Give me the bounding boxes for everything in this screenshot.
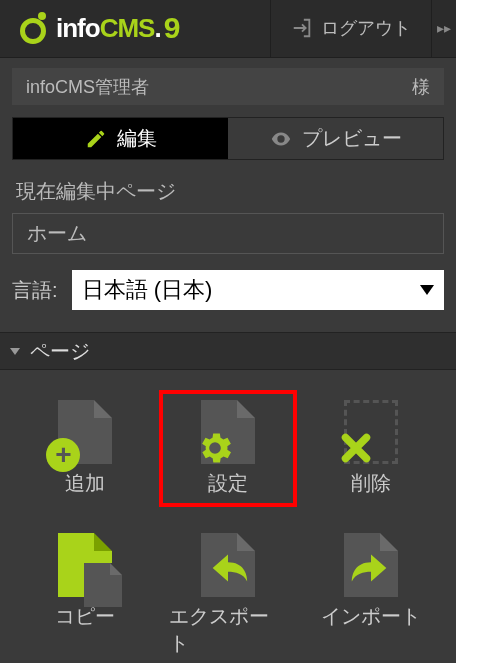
tab-preview[interactable]: プレビュー	[228, 118, 443, 159]
logo-text: infoCMS	[56, 13, 154, 44]
add-page-button[interactable]: + 追加	[20, 394, 151, 503]
admin-panel: infoCMS . 9 ログアウト ▸▸ infoCMS管理者 様 編集	[0, 0, 456, 663]
logout-icon	[291, 17, 313, 39]
current-page-name[interactable]: ホーム	[12, 213, 444, 254]
eye-icon	[270, 128, 292, 150]
delete-label: 削除	[351, 470, 391, 497]
add-label: 追加	[65, 470, 105, 497]
language-selected-value: 日本語 (日本)	[82, 275, 213, 305]
logo-mark-icon	[20, 12, 52, 44]
file-back-icon	[84, 563, 122, 607]
current-page-label: 現在編集中ページ	[16, 178, 440, 205]
mode-tabs: 編集 プレビュー	[12, 117, 444, 160]
user-name: infoCMS管理者	[26, 75, 149, 99]
export-label: エクスポート	[169, 603, 288, 657]
user-suffix: 様	[412, 75, 430, 99]
logo-version: 9	[164, 11, 181, 45]
import-label: インポート	[321, 603, 421, 630]
export-page-button[interactable]: エクスポート	[163, 527, 294, 663]
delete-page-button[interactable]: 削除	[305, 394, 436, 503]
chevron-down-icon	[420, 285, 434, 295]
plus-icon: +	[46, 438, 80, 472]
header-bar: infoCMS . 9 ログアウト ▸▸	[0, 0, 456, 58]
export-arrow-icon	[205, 545, 251, 591]
expand-button[interactable]: ▸▸	[432, 0, 456, 57]
copy-page-button[interactable]: コピー	[20, 527, 151, 663]
page-actions-grid: + 追加 設定	[0, 370, 456, 663]
page-group-title: ページ	[30, 338, 90, 365]
copy-label: コピー	[55, 603, 115, 630]
logout-label: ログアウト	[321, 16, 411, 40]
logo[interactable]: infoCMS . 9	[0, 0, 270, 57]
svg-point-0	[279, 137, 283, 141]
settings-label: 設定	[208, 470, 248, 497]
pencil-icon	[85, 128, 107, 150]
tab-edit-label: 編集	[117, 125, 157, 152]
gear-icon	[195, 428, 235, 468]
tab-preview-label: プレビュー	[302, 125, 402, 152]
logo-separator: .	[154, 13, 161, 44]
page-settings-button[interactable]: 設定	[163, 394, 294, 503]
import-arrow-icon	[348, 545, 394, 591]
tab-edit[interactable]: 編集	[13, 118, 228, 159]
current-user-row: infoCMS管理者 様	[12, 68, 444, 105]
chevron-right-icon: ▸▸	[437, 20, 451, 36]
language-row: 言語: 日本語 (日本)	[12, 270, 444, 310]
logout-button[interactable]: ログアウト	[270, 0, 432, 57]
page-name-text: ホーム	[27, 220, 87, 247]
page-group-header[interactable]: ページ	[0, 332, 456, 370]
language-select[interactable]: 日本語 (日本)	[72, 270, 444, 310]
x-icon	[338, 430, 374, 466]
import-page-button[interactable]: インポート	[305, 527, 436, 663]
language-label: 言語:	[12, 277, 58, 304]
collapse-triangle-icon	[10, 348, 20, 355]
